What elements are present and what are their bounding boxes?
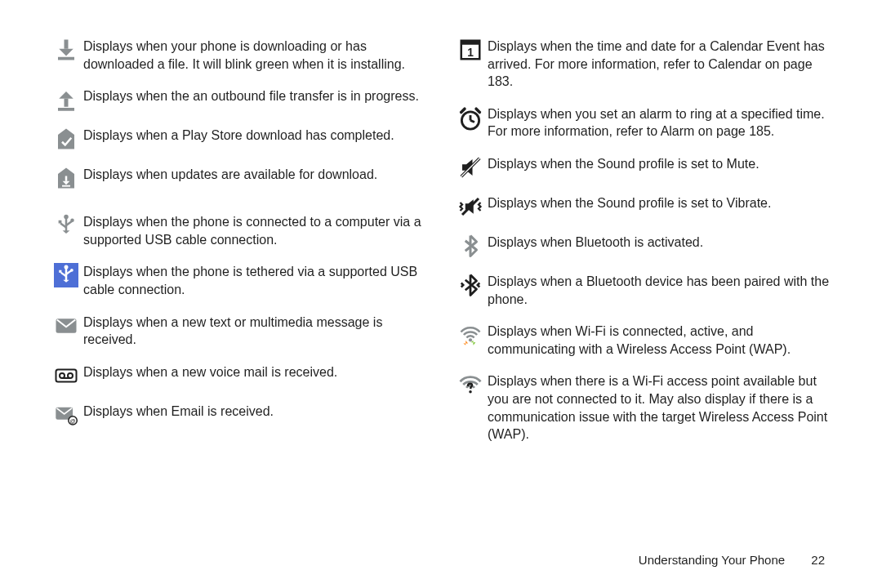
email-icon: @ <box>49 403 83 427</box>
svg-rect-8 <box>59 220 62 224</box>
usb-tether-icon <box>49 263 83 287</box>
table-row: Displays when the an outbound file trans… <box>49 87 429 112</box>
table-row: Displays when you set an alarm to ring a… <box>453 105 833 140</box>
description-text: Displays when the phone is connected to … <box>83 213 429 248</box>
svg-rect-4 <box>65 176 68 181</box>
table-row: Displays when a Bluetooth device has bee… <box>453 273 833 308</box>
page-body: Displays when your phone is downloading … <box>0 0 882 458</box>
svg-text:1: 1 <box>467 47 474 59</box>
wifi-active-icon <box>453 323 488 347</box>
svg-rect-2 <box>65 99 69 107</box>
vibrate-icon <box>453 194 488 219</box>
section-title: Understanding Your Phone <box>639 553 785 567</box>
calendar-icon: 1 <box>453 38 488 62</box>
description-text: Displays when Email is received. <box>83 403 429 421</box>
description-text: Displays when a new voice mail is receiv… <box>83 363 429 381</box>
svg-rect-13 <box>59 270 61 273</box>
upload-arrow-icon <box>49 87 83 112</box>
description-text: Displays when the Sound profile is set t… <box>488 155 833 173</box>
table-row: Displays when the phone is connected to … <box>49 213 429 248</box>
left-column: Displays when your phone is downloading … <box>49 38 429 458</box>
table-row: Displays when Bluetooth is activated. <box>453 234 833 258</box>
svg-line-31 <box>462 198 479 215</box>
svg-rect-5 <box>62 185 70 187</box>
svg-point-9 <box>70 219 74 223</box>
svg-text:@: @ <box>70 418 76 424</box>
voicemail-icon <box>49 363 83 388</box>
check-bag-icon <box>49 127 83 151</box>
description-text: Displays when you set an alarm to ring a… <box>488 105 833 140</box>
table-row: Displays when a new text or multimedia m… <box>49 314 429 349</box>
description-text: Displays when a Bluetooth device has bee… <box>488 273 833 308</box>
bluetooth-paired-icon <box>453 273 488 297</box>
right-column: 1 Displays when the time and date for a … <box>453 38 833 458</box>
description-text: Displays when Wi-Fi is connected, active… <box>488 323 833 358</box>
description-text: Displays when the phone is tethered via … <box>83 263 429 298</box>
svg-point-14 <box>70 269 74 272</box>
table-row: 1 Displays when the time and date for a … <box>453 38 833 91</box>
table-row: @ Displays when Email is received. <box>49 403 429 427</box>
table-row: Displays when the Sound profile is set t… <box>453 155 833 180</box>
download-arrow-icon <box>49 38 83 62</box>
alarm-clock-icon <box>453 105 488 133</box>
usb-icon <box>49 213 83 238</box>
table-row: Displays when there is a Wi-Fi access po… <box>453 372 833 443</box>
description-text: Displays when your phone is downloading … <box>83 38 429 73</box>
table-row: Displays when the phone is tethered via … <box>49 263 429 298</box>
svg-rect-0 <box>65 40 69 49</box>
svg-rect-1 <box>58 57 74 60</box>
description-text: Displays when the Sound profile is set t… <box>488 194 833 212</box>
svg-line-28 <box>470 120 474 122</box>
description-text: Displays when a Play Store download has … <box>83 127 429 145</box>
wifi-available-icon <box>453 372 488 397</box>
table-row: Displays when a Play Store download has … <box>49 127 429 151</box>
svg-point-33 <box>469 390 472 394</box>
description-text: Displays when updates are available for … <box>83 166 429 184</box>
svg-point-32 <box>469 338 472 341</box>
page-footer: Understanding Your Phone 22 <box>639 553 825 567</box>
table-row: Displays when a new voice mail is receiv… <box>49 363 429 388</box>
table-row: Displays when Wi-Fi is connected, active… <box>453 323 833 358</box>
table-row: Displays when the Sound profile is set t… <box>453 194 833 219</box>
message-icon <box>49 314 83 338</box>
bluetooth-icon <box>453 234 488 258</box>
description-text: Displays when a new text or multimedia m… <box>83 314 429 349</box>
description-text: Displays when the time and date for a Ca… <box>488 38 833 91</box>
description-text: Displays when Bluetooth is activated. <box>488 234 833 252</box>
description-text: Displays when there is a Wi-Fi access po… <box>488 372 833 443</box>
update-available-icon <box>49 166 83 190</box>
description-text: Displays when the an outbound file trans… <box>83 87 429 105</box>
page-number: 22 <box>811 553 825 567</box>
svg-rect-24 <box>461 41 480 45</box>
table-row: Displays when updates are available for … <box>49 166 429 190</box>
mute-icon <box>453 155 488 180</box>
table-row: Displays when your phone is downloading … <box>49 38 429 73</box>
svg-rect-3 <box>58 108 74 111</box>
